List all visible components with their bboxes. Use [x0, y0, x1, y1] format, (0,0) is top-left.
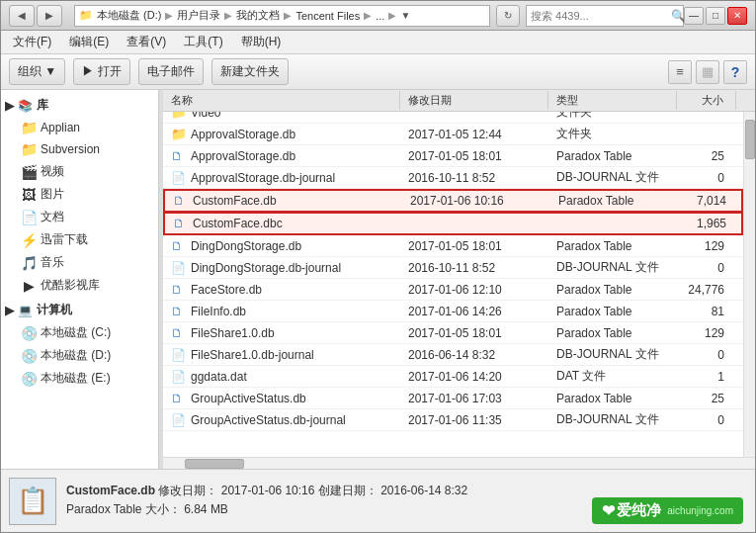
- file-row-5[interactable]: 🗋 CustomFace.dbc 1,965: [163, 212, 743, 235]
- col-header-size[interactable]: 大小: [677, 91, 736, 110]
- sidebar-item-thunder[interactable]: ⚡ 迅雷下载: [1, 228, 158, 251]
- file-icon-12: 📄: [171, 370, 187, 384]
- email-button[interactable]: 电子邮件: [138, 58, 204, 85]
- status-created-label: 创建日期：: [318, 484, 378, 497]
- sidebar-item-video[interactable]: 🎬 视频: [1, 160, 158, 183]
- file-date-3: 2016-10-11 8:52: [400, 169, 548, 187]
- back-button[interactable]: ◀: [9, 5, 35, 27]
- drive-d-icon: 💿: [21, 348, 37, 364]
- file-row-6[interactable]: 🗋 DingDongStorage.db 2017-01-05 18:01 Pa…: [163, 235, 743, 257]
- file-type-0: 文件夹: [548, 112, 677, 123]
- file-type-8: Paradox Table: [548, 281, 677, 299]
- file-type-1: 文件夹: [548, 124, 677, 144]
- sidebar-item-pictures[interactable]: 🖼 图片: [1, 183, 158, 206]
- file-name-1: ApprovalStorage.db: [191, 128, 295, 141]
- sidebar-label-youku: 优酷影视库: [41, 277, 100, 294]
- sidebar-label-music: 音乐: [41, 254, 64, 271]
- file-row-12[interactable]: 📄 ggdata.dat 2017-01-06 14:20 DAT 文件 1: [163, 366, 743, 388]
- computer-expand-icon: ▶: [5, 304, 14, 317]
- file-row-11[interactable]: 📄 FileShare1.0.db-journal 2016-06-14 8:3…: [163, 344, 743, 366]
- file-size-10: 129: [677, 324, 736, 342]
- menu-edit[interactable]: 编辑(E): [61, 32, 117, 52]
- organize-button[interactable]: 组织 ▼: [9, 58, 65, 85]
- file-date-7: 2016-10-11 8:52: [400, 259, 548, 277]
- file-icon-9: 🗋: [171, 305, 187, 318]
- library-expand-icon: ▶: [5, 99, 14, 113]
- file-row-13[interactable]: 🗋 GroupActiveStatus.db 2017-01-06 17:03 …: [163, 388, 743, 409]
- file-row-2[interactable]: 🗋 ApprovalStorage.db 2017-01-05 18:01 Pa…: [163, 145, 743, 167]
- drive-c-icon: 💿: [21, 325, 37, 341]
- sidebar-header-library[interactable]: ▶ 📚 库: [1, 94, 158, 117]
- file-size-4: 7,014: [679, 192, 738, 210]
- file-row-14[interactable]: 📄 GroupActiveStatus.db-journal 2017-01-0…: [163, 409, 743, 431]
- scrollbar-thumb[interactable]: [745, 120, 755, 159]
- forward-button[interactable]: ▶: [37, 5, 62, 27]
- file-row-10[interactable]: 🗋 FileShare1.0.db 2017-01-05 18:01 Parad…: [163, 322, 743, 344]
- menu-tools[interactable]: 工具(T): [176, 32, 230, 52]
- menu-view[interactable]: 查看(V): [119, 32, 174, 52]
- file-name-11: FileShare1.0.db-journal: [191, 348, 314, 362]
- menu-file[interactable]: 文件(F): [5, 32, 59, 52]
- file-size-11: 0: [677, 346, 736, 364]
- col-header-date[interactable]: 修改日期: [400, 91, 548, 110]
- sidebar-item-music[interactable]: 🎵 音乐: [1, 251, 158, 274]
- sidebar-item-drive-e[interactable]: 💿 本地磁盘 (E:): [1, 367, 158, 390]
- sidebar-item-drive-c[interactable]: 💿 本地磁盘 (C:): [1, 321, 158, 344]
- file-row-7[interactable]: 📄 DingDongStorage.db-journal 2016-10-11 …: [163, 257, 743, 279]
- file-row-1[interactable]: 📁 ApprovalStorage.db 2017-01-05 12:44 文件…: [163, 124, 743, 145]
- file-row-4[interactable]: 🗋 CustomFace.db 2017-01-06 10:16 Paradox…: [163, 189, 743, 213]
- sep4: ▶: [364, 10, 372, 21]
- vertical-scrollbar[interactable]: [743, 112, 755, 457]
- file-row-3[interactable]: 📄 ApprovalStorage.db-journal 2016-10-11 …: [163, 167, 743, 189]
- file-type-7: DB-JOURNAL 文件: [548, 257, 677, 278]
- address-bar[interactable]: 📁 本地磁盘 (D:) ▶ 用户目录 ▶ 我的文档 ▶ Tencent File…: [74, 5, 490, 27]
- h-scroll-thumb[interactable]: [185, 459, 244, 469]
- horizontal-scrollbar[interactable]: [163, 457, 755, 469]
- help-button[interactable]: ?: [723, 60, 747, 84]
- search-bar[interactable]: 🔍: [526, 5, 684, 27]
- close-button[interactable]: ✕: [727, 7, 747, 25]
- maximize-button[interactable]: □: [706, 7, 725, 25]
- thunder-icon: ⚡: [21, 232, 37, 248]
- youku-icon: ▶: [21, 278, 37, 294]
- sidebar-header-computer[interactable]: ▶ 💻 计算机: [1, 299, 158, 321]
- search-input[interactable]: [531, 10, 667, 22]
- new-folder-button[interactable]: 新建文件夹: [211, 58, 289, 85]
- menu-help[interactable]: 帮助(H): [233, 32, 290, 52]
- minimize-button[interactable]: —: [684, 7, 704, 25]
- file-icon-13: 🗋: [171, 392, 187, 405]
- computer-icon: 💻: [18, 304, 33, 317]
- open-button[interactable]: ▶ 打开: [73, 58, 129, 85]
- file-row-8[interactable]: 🗋 FaceStore.db 2017-01-06 12:10 Paradox …: [163, 279, 743, 301]
- partial-file-row[interactable]: 📁 Video 文件夹: [163, 112, 743, 124]
- col-header-name[interactable]: 名称: [163, 91, 400, 110]
- view-toggle-button[interactable]: ≡: [668, 60, 692, 84]
- file-size-7: 0: [677, 259, 736, 277]
- sidebar-label-applian: Applian: [41, 121, 80, 134]
- sidebar-item-applian[interactable]: 📁 Applian: [1, 117, 158, 138]
- nav-buttons: ◀ ▶: [9, 5, 62, 27]
- status-file-icon: 📋: [9, 478, 56, 525]
- file-name-8: FaceStore.db: [191, 283, 262, 297]
- file-icon-4: 🗋: [173, 194, 189, 208]
- brand-heart-icon: ❤: [602, 501, 615, 520]
- library-icon: 📚: [18, 99, 33, 113]
- address-dropdown-btn[interactable]: ▼: [400, 10, 410, 21]
- file-date-1: 2017-01-05 12:44: [400, 126, 548, 143]
- address-path-root: 本地磁盘 (D:): [97, 8, 161, 23]
- file-size-14: 0: [677, 411, 736, 429]
- sidebar-item-drive-d[interactable]: 💿 本地磁盘 (D:): [1, 344, 158, 367]
- file-size-6: 129: [677, 237, 736, 255]
- sidebar-item-subversion[interactable]: 📁 Subversion: [1, 138, 158, 160]
- col-header-type[interactable]: 类型: [548, 91, 677, 110]
- address-path-icon: 📁: [79, 9, 93, 22]
- sidebar-label-drive-e: 本地磁盘 (E:): [41, 370, 111, 387]
- view-details-button[interactable]: ▦: [696, 60, 719, 84]
- file-name-12: ggdata.dat: [191, 370, 247, 384]
- refresh-button[interactable]: ↻: [496, 5, 520, 27]
- sidebar-item-documents[interactable]: 📄 文档: [1, 206, 158, 228]
- sidebar-item-youku[interactable]: ▶ 优酷影视库: [1, 274, 158, 297]
- file-row-9[interactable]: 🗋 FileInfo.db 2017-01-06 14:26 Paradox T…: [163, 301, 743, 322]
- file-date-10: 2017-01-05 18:01: [400, 324, 548, 342]
- file-size-8: 24,776: [677, 281, 736, 299]
